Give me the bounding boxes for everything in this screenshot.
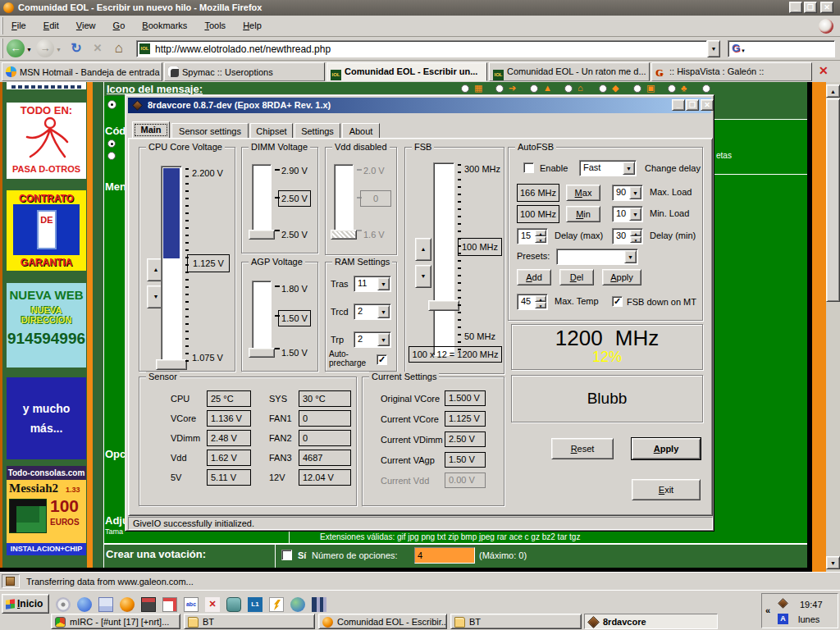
num-opciones-input[interactable]: 4 xyxy=(414,547,475,564)
menu-go[interactable]: Go xyxy=(106,16,133,30)
tray-8rdavcore-icon[interactable] xyxy=(778,598,788,609)
task-firefox-eol[interactable]: Comunidad EOL - Escribir... xyxy=(318,614,447,629)
codigo-radio[interactable] xyxy=(107,152,116,160)
app-tab-about[interactable]: About xyxy=(342,123,380,139)
dimm-voltage-slider-thumb[interactable] xyxy=(249,230,275,240)
cd-burner-icon[interactable] xyxy=(141,597,156,612)
delay-max-spinner[interactable]: 15 ▲▼ xyxy=(517,228,548,244)
dimm-voltage-slider[interactable] xyxy=(252,164,272,236)
task-8rdavcore[interactable]: 8rdavcore xyxy=(584,614,718,629)
autofsb-enable-checkbox[interactable] xyxy=(523,162,534,173)
restore-button[interactable]: ❐ xyxy=(804,2,817,13)
red-x-icon[interactable]: ✕ xyxy=(205,597,220,612)
toolbar-grippy[interactable] xyxy=(1,39,3,58)
ad-todoconsolas[interactable]: Todo-consolas.com xyxy=(7,466,86,480)
scrollbar-thumb[interactable] xyxy=(826,98,840,302)
icon-radio[interactable] xyxy=(495,84,504,93)
forward-button[interactable]: → xyxy=(36,39,54,57)
ad-y-mucho-mas[interactable]: y mucho más... xyxy=(7,377,86,459)
stop-button[interactable]: ✕ xyxy=(89,39,107,57)
tray-chevron[interactable]: « xyxy=(765,605,770,615)
messenger-icon[interactable] xyxy=(77,597,92,612)
app-titlebar[interactable]: 8rdavcore 0.8.7-dev (Epox 8RDA+ Rev. 1.x… xyxy=(128,98,711,113)
agp-voltage-slider[interactable] xyxy=(252,281,272,354)
close-button[interactable]: ✕ xyxy=(820,2,833,13)
minimize-button[interactable]: _ xyxy=(789,2,802,13)
jar-icon[interactable] xyxy=(226,597,241,612)
icon-radio[interactable] xyxy=(461,84,469,93)
search-box[interactable]: G ▼ xyxy=(728,40,835,57)
scroll-up-button[interactable]: ▲ xyxy=(826,84,840,98)
app-maximize-button[interactable]: ❐ xyxy=(686,99,699,111)
fsb-down-button[interactable]: ▼ xyxy=(415,265,431,288)
url-text[interactable]: http://www.elotrolado.net/newthread.php xyxy=(155,43,331,55)
winamp-icon[interactable] xyxy=(269,597,284,612)
app-tab-sensor-settings[interactable]: Sensor settings xyxy=(171,123,249,139)
fsb-slider-thumb[interactable] xyxy=(428,300,459,311)
icon-radio[interactable] xyxy=(668,84,676,93)
max-load-select[interactable]: 90▼ xyxy=(612,185,643,201)
ad-nueva-web[interactable]: NUEVA WEB NUEVA DIRECCION 914594996 xyxy=(7,283,86,368)
url-history-dropdown[interactable]: ▼ xyxy=(707,40,720,57)
icon-radio[interactable] xyxy=(530,84,538,93)
menu-help[interactable]: Help xyxy=(235,16,269,30)
task-bt-folder[interactable]: BT xyxy=(184,614,315,629)
autoprecharge-checkbox[interactable]: ✓ xyxy=(377,354,387,365)
close-tab-button[interactable]: ✕ xyxy=(819,64,829,77)
start-button[interactable]: Inicio xyxy=(2,594,49,614)
exit-button[interactable]: Exit xyxy=(632,479,701,500)
delay-mode-select[interactable]: Fast▼ xyxy=(579,160,637,176)
min-button[interactable]: Min xyxy=(566,206,600,222)
message-icon-radio[interactable] xyxy=(107,100,116,109)
app-minimize-button[interactable]: _ xyxy=(672,99,685,111)
max-button[interactable]: Max xyxy=(566,185,600,201)
icon-radio[interactable] xyxy=(564,84,573,93)
forward-dropdown-icon[interactable]: ▼ xyxy=(56,47,62,52)
url-bar[interactable]: IOL http://www.elotrolado.net/newthread.… xyxy=(136,40,707,57)
icon-radio[interactable] xyxy=(599,84,607,93)
fsb-down-checkbox[interactable]: ✓ xyxy=(612,296,623,307)
tab-msn-hotmail[interactable]: MSN Hotmail - Bandeja de entrada xyxy=(2,62,162,81)
globe-icon[interactable] xyxy=(290,597,305,612)
trcd-select[interactable]: 2▼ xyxy=(354,304,391,320)
presets-select[interactable]: ▼ xyxy=(556,249,638,265)
fsb-slider[interactable] xyxy=(433,162,454,356)
votacion-checkbox[interactable] xyxy=(281,550,292,560)
task-bt-folder-2[interactable]: BT xyxy=(450,614,582,629)
reload-button[interactable]: ↻ xyxy=(67,39,85,57)
tab-spymac[interactable]: Spymac :: Useroptions xyxy=(164,62,325,81)
icon-radio[interactable] xyxy=(633,84,641,93)
mail-icon[interactable] xyxy=(98,597,113,612)
l1-icon[interactable]: L1 xyxy=(248,597,262,612)
trp-select[interactable]: 2▼ xyxy=(354,331,391,348)
abc-wordpad-icon[interactable]: abc xyxy=(184,597,199,612)
back-button[interactable]: ← xyxy=(7,39,25,57)
reset-button[interactable]: Reset xyxy=(551,438,614,459)
tab-hispavista[interactable]: Ǥ:: HispaVista : Galeón :: xyxy=(651,62,812,81)
cpu-voltage-slider-thumb[interactable] xyxy=(156,359,187,370)
ad-messiah[interactable]: Messiah2 1.33 100 EUROS xyxy=(7,480,86,543)
scroll-down-button[interactable]: ▼ xyxy=(826,556,840,569)
max-temp-spinner[interactable]: 45 ▲▼ xyxy=(517,294,548,310)
icon-radio[interactable] xyxy=(702,84,710,93)
tras-select[interactable]: 11▼ xyxy=(354,276,391,292)
delay-min-spinner[interactable]: 30 ▲▼ xyxy=(612,228,643,244)
back-dropdown-icon[interactable]: ▼ xyxy=(26,47,32,52)
app-tab-chipset[interactable]: Chipset xyxy=(250,123,293,139)
ad-contrato-garantia[interactable]: DE CONTRATO GARANTIA xyxy=(7,190,86,271)
scrollbar[interactable]: ▲ ▼ xyxy=(826,82,840,572)
home-button[interactable]: ⌂ xyxy=(110,39,128,57)
preset-add-button[interactable]: Add xyxy=(517,269,551,285)
min-load-select[interactable]: 10▼ xyxy=(612,206,643,222)
tab-comunidad-eol-raton[interactable]: IOLComunidad EOL - Un raton me d... xyxy=(489,62,650,81)
agp-voltage-slider-thumb[interactable] xyxy=(249,348,275,358)
app-close-button[interactable]: ✕ xyxy=(701,99,714,111)
ad-instalacion-chip[interactable]: INSTALACION+CHIP xyxy=(7,543,86,555)
codigo-radio[interactable] xyxy=(107,139,116,148)
app-tab-main[interactable]: Main xyxy=(132,121,170,139)
fsb-up-button[interactable]: ▲ xyxy=(415,238,431,261)
cpu-voltage-slider[interactable] xyxy=(161,166,182,367)
tray-clock[interactable]: 19:47 xyxy=(800,600,823,609)
app-tab-settings[interactable]: Settings xyxy=(294,123,340,139)
search-engine-dropdown-icon[interactable]: ▼ xyxy=(741,48,746,53)
